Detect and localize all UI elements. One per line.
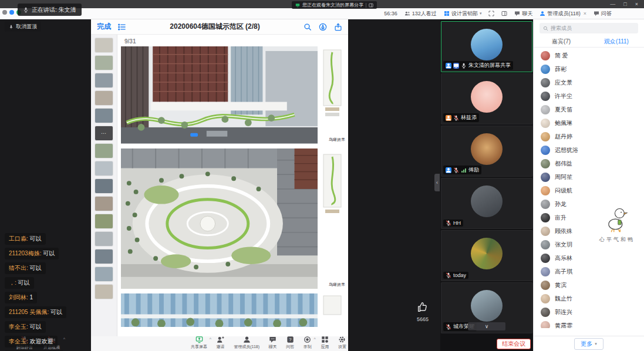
page-thumbnail[interactable] xyxy=(95,73,113,87)
tab-audience[interactable]: 观众(111) xyxy=(589,36,644,47)
layout-button[interactable] xyxy=(501,11,507,16)
page-thumbnail[interactable] xyxy=(95,249,113,264)
tab-manage-members[interactable]: 管理成员(118) × xyxy=(540,10,586,18)
thumbs-up-icon[interactable] xyxy=(416,301,429,313)
video-tile[interactable]: 林益添 xyxy=(441,73,532,124)
video-tile[interactable]: HH xyxy=(441,178,532,229)
tab-guests[interactable]: 嘉宾(7) xyxy=(534,36,589,47)
audience-list-item[interactable]: 都伟益 xyxy=(534,157,644,170)
video-tile[interactable]: 傅励 xyxy=(441,126,532,177)
record-button[interactable]: 录制^ xyxy=(304,336,312,350)
chat-button[interactable]: 聊天 xyxy=(269,336,277,350)
audience-list-item[interactable]: 夏天笛 xyxy=(534,103,644,116)
qa-button[interactable]: ?问答 xyxy=(286,336,294,350)
page-thumbnail[interactable] xyxy=(95,56,113,70)
audience-list-item[interactable]: 魏止竹 xyxy=(534,292,644,305)
close-button[interactable]: × xyxy=(635,0,638,8)
outline-list-icon[interactable] xyxy=(118,23,126,31)
share-screen-button[interactable]: 共享屏幕^ xyxy=(191,336,207,350)
page-thumbnail[interactable] xyxy=(95,161,113,176)
chat-message: 刘同林: 1 xyxy=(5,292,37,303)
audience-list-item[interactable]: 鲍佩琳 xyxy=(534,116,644,130)
audience-list-item[interactable]: 黄滨 xyxy=(534,278,644,292)
audience-list-item[interactable]: 闷级航 xyxy=(534,184,644,197)
fullscreen-button[interactable] xyxy=(488,11,494,16)
page-thumbnail[interactable] xyxy=(95,38,113,52)
tab-chat[interactable]: 聊天 xyxy=(514,10,532,18)
audience-list-item[interactable]: 郭连兴 xyxy=(534,305,644,319)
chevron-up-icon[interactable]: ^ xyxy=(210,337,211,341)
toolbar-button-label: 聊天 xyxy=(269,344,277,350)
audience-list-item[interactable]: 简 爱 xyxy=(534,49,644,62)
audience-list-item[interactable]: 薛彬 xyxy=(534,62,644,76)
page-thumbnail[interactable] xyxy=(95,179,113,193)
settings-button[interactable]: 设置 xyxy=(338,336,346,350)
unpin-button[interactable]: 取消置顶 xyxy=(5,22,41,32)
audience-list-item[interactable]: 黄露霏 xyxy=(534,319,644,328)
scroll-more-videos-button[interactable]: ∨ xyxy=(468,322,505,330)
room-grid-icon xyxy=(444,11,450,16)
avatar xyxy=(471,81,503,113)
audience-list-item[interactable]: 应文景 xyxy=(534,76,644,89)
viewer-count: 132人看过 xyxy=(404,10,437,18)
page-thumbnail[interactable] xyxy=(95,197,113,211)
viewer-name: 赵丹婷 xyxy=(555,133,572,141)
search-icon[interactable] xyxy=(304,23,312,31)
markup-pen-icon[interactable] xyxy=(319,23,327,31)
chat-message: 李全玉: 欢迎欢迎 xyxy=(5,336,58,347)
chat-text: 可以 xyxy=(30,265,42,271)
page-thumbnail[interactable] xyxy=(95,232,113,246)
audience-list-item[interactable]: 赵丹婷 xyxy=(534,130,644,143)
invite-button[interactable]: 邀请 xyxy=(217,336,225,350)
audience-list-item[interactable]: 迟想犹浴 xyxy=(534,143,644,157)
video-tile[interactable]: 城市荣耀∨ xyxy=(441,282,532,333)
page-thumbnail[interactable] xyxy=(95,109,113,123)
viewer-name: 高乐林 xyxy=(555,254,572,262)
end-meeting-button[interactable]: 结束会议 xyxy=(497,339,531,349)
like-widget[interactable]: 5665 xyxy=(411,301,434,322)
share-icon[interactable] xyxy=(334,23,342,31)
tab-qa[interactable]: 问答 xyxy=(594,10,612,18)
avatar xyxy=(541,159,550,168)
page-thumbnail[interactable] xyxy=(95,91,113,105)
page-thumbnail[interactable] xyxy=(95,267,113,281)
meeting-bottom-toolbar: 共享屏幕^邀请管理成员(118)聊天?问答录制^应用设置 xyxy=(191,336,346,351)
person-icon xyxy=(540,11,545,16)
chat-sender: 猜不出: xyxy=(9,265,30,271)
audience-list-item[interactable]: 周阿笙 xyxy=(534,170,644,184)
page-thumbnail[interactable] xyxy=(95,214,113,228)
like-count: 5665 xyxy=(411,316,434,322)
search-input[interactable] xyxy=(551,25,635,31)
chevron-up-icon[interactable]: ^ xyxy=(314,337,316,341)
search-icon xyxy=(543,26,548,31)
participant-name: 林益添 xyxy=(461,114,477,122)
close-icon[interactable]: × xyxy=(584,11,586,16)
room-selector[interactable]: 设计营销部▾ xyxy=(444,10,482,18)
panel-tabs: 嘉宾(7) 观众(111) xyxy=(534,36,644,48)
audience-list-item[interactable]: 高子琪 xyxy=(534,265,644,278)
participant-name: 朱文清的屏幕共享 xyxy=(468,62,511,69)
viewer-name: 张文玥 xyxy=(555,241,572,249)
page-thumbnail[interactable] xyxy=(95,144,113,158)
collapse-panel-handle[interactable]: ‹ xyxy=(434,174,440,191)
page-thumbnail[interactable]: ⋯ xyxy=(95,126,113,140)
video-tile[interactable]: 朱文清的屏幕共享 xyxy=(441,21,532,72)
video-tile[interactable]: today xyxy=(441,230,532,281)
avatar xyxy=(541,105,550,114)
done-button[interactable]: 完成 xyxy=(97,22,111,32)
more-button[interactable]: 更多▾ xyxy=(574,338,603,350)
apps-button[interactable]: 应用 xyxy=(321,336,329,350)
audience-list-item[interactable]: 许半尘 xyxy=(534,89,644,103)
members-button[interactable]: 管理成员(118) xyxy=(234,336,259,350)
minimize-button[interactable]: — xyxy=(610,0,615,8)
toolbar-button-label: 应用 xyxy=(321,344,329,350)
chat-message: 猜不出: 可以 xyxy=(5,262,46,274)
video-tile-label: HH xyxy=(443,220,463,227)
viewer-name: 黄露霏 xyxy=(555,322,572,329)
audience-list-item[interactable]: 高乐林 xyxy=(534,251,644,265)
search-box[interactable] xyxy=(540,23,638,33)
banner-layout-icon[interactable] xyxy=(369,3,373,8)
document-page: 9/31 xyxy=(117,35,348,336)
maximize-button[interactable]: □ xyxy=(623,0,626,8)
page-thumbnail[interactable] xyxy=(95,285,113,299)
